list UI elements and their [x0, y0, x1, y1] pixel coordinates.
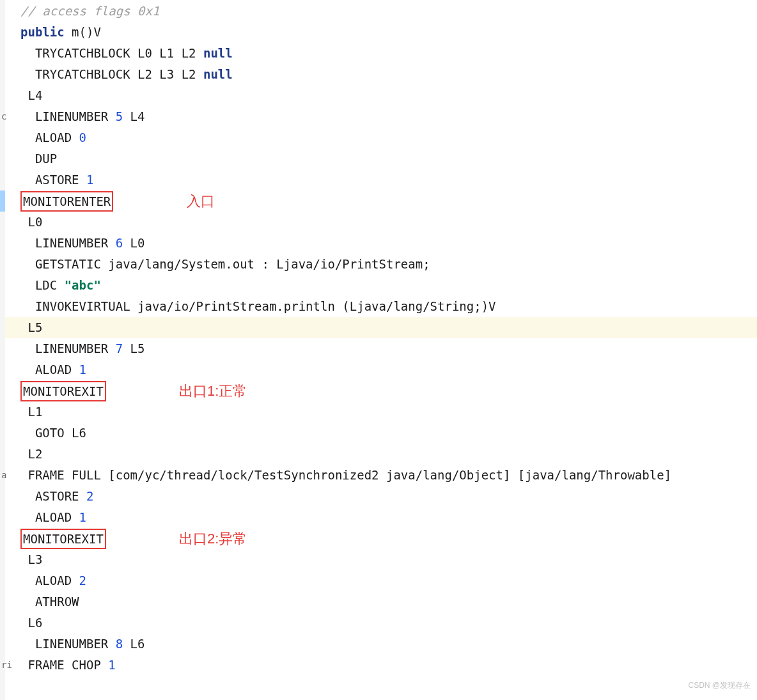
code-line: MONITOREXIT出口1:正常 [5, 380, 757, 401]
getstatic: GETSTATIC java/lang/System.out : Ljava/i… [20, 254, 430, 275]
invokevirtual: INVOKEVIRTUAL java/io/PrintStream.printl… [20, 296, 496, 317]
code-line: L1 [5, 401, 757, 423]
code-line: ALOAD 1 [5, 507, 757, 528]
keyword-null: null [203, 64, 233, 85]
linenumber-num: 5 [116, 106, 123, 127]
linenumber-pre: LINENUMBER [20, 106, 116, 127]
linenumber-pre: LINENUMBER [20, 338, 116, 359]
linenumber-pre: LINENUMBER [20, 233, 116, 254]
code-line: L4 [5, 85, 757, 106]
code-line: ri FRAME CHOP 1 [5, 655, 757, 676]
linenumber-num: 8 [116, 634, 123, 655]
code-line: L2 [5, 444, 757, 465]
annotation-exit2: 出口2:异常 [179, 528, 247, 549]
gutter-char: c [1, 106, 6, 127]
linenumber-pre: LINENUMBER [20, 634, 116, 655]
label-l3: L3 [20, 549, 42, 570]
aload-pre: ALOAD [20, 127, 79, 148]
linenumber-label: L6 [123, 634, 144, 655]
dup: DUP [20, 148, 57, 169]
code-line: L3 [5, 549, 757, 570]
method-sig: m()V [65, 22, 101, 43]
aload-num: 2 [79, 570, 86, 591]
label-l1: L1 [20, 401, 42, 423]
code-line: GOTO L6 [5, 423, 757, 444]
code-line: ASTORE 2 [5, 486, 757, 507]
astore-num: 2 [86, 486, 93, 507]
keyword-null: null [203, 43, 233, 64]
annotation-exit1: 出口1:正常 [179, 380, 247, 401]
code-line: GETSTATIC java/lang/System.out : Ljava/i… [5, 254, 757, 275]
aload-num: 1 [79, 359, 86, 380]
label-l2: L2 [20, 444, 42, 465]
astore-pre: ASTORE [20, 486, 86, 507]
trycatch1-pre: TRYCATCHBLOCK L0 L1 L2 [20, 43, 203, 64]
linenumber-label: L5 [123, 338, 144, 359]
label-l5: L5 [20, 317, 42, 338]
code-line-highlighted: L5 [5, 317, 757, 338]
code-line: TRYCATCHBLOCK L2 L3 L2 null [5, 64, 757, 85]
code-line: LINENUMBER 6 L0 [5, 233, 757, 254]
aload-pre: ALOAD [20, 507, 79, 528]
code-line: ALOAD 0 [5, 127, 757, 148]
astore-pre: ASTORE [20, 169, 86, 191]
code-line: LINENUMBER 7 L5 [5, 338, 757, 359]
code-line: INVOKEVIRTUAL java/io/PrintStream.printl… [5, 296, 757, 317]
aload-num: 1 [79, 507, 86, 528]
label-l0: L0 [20, 212, 42, 233]
linenumber-num: 7 [116, 338, 123, 359]
linenumber-label: L4 [123, 106, 144, 127]
label-l6: L6 [20, 612, 42, 634]
aload-pre: ALOAD [20, 570, 79, 591]
frame-full: FRAME FULL [com/yc/thread/lock/TestSynch… [20, 465, 671, 486]
code-line: L0 [5, 212, 757, 233]
code-line: MONITOREXIT出口2:异常 [5, 528, 757, 549]
monitorexit1-box: MONITOREXIT [20, 381, 106, 401]
athrow: ATHROW [20, 591, 79, 612]
code-line: public m()V [5, 22, 757, 43]
framechop-num: 1 [108, 655, 115, 676]
goto: GOTO L6 [20, 423, 86, 444]
ldc-string: "abc" [65, 275, 101, 296]
code-line: TRYCATCHBLOCK L0 L1 L2 null [5, 43, 757, 64]
code-line: ATHROW [5, 591, 757, 612]
gutter-char: ri [1, 655, 12, 676]
code-line: c LINENUMBER 5 L4 [5, 106, 757, 127]
code-line: LINENUMBER 8 L6 [5, 634, 757, 655]
code-line: LDC "abc" [5, 275, 757, 296]
comment: // access flags 0x1 [20, 1, 159, 22]
aload-num: 0 [79, 127, 86, 148]
code-line: ALOAD 1 [5, 359, 757, 380]
code-line: ASTORE 1 [5, 169, 757, 191]
framechop-pre: FRAME CHOP [20, 655, 108, 676]
trycatch2-pre: TRYCATCHBLOCK L2 L3 L2 [20, 64, 203, 85]
ldc-pre: LDC [20, 275, 65, 296]
gutter-char: a [1, 465, 6, 486]
code-line: // access flags 0x1 [5, 1, 757, 22]
keyword-public: public [20, 22, 65, 43]
label-l4: L4 [20, 85, 42, 106]
code-line: DUP [5, 148, 757, 169]
code-line: L6 [5, 612, 757, 634]
monitorexit2-box: MONITOREXIT [20, 529, 106, 549]
code-line: ALOAD 2 [5, 570, 757, 591]
code-line: a FRAME FULL [com/yc/thread/lock/TestSyn… [5, 465, 757, 486]
monitorenter-box: MONITORENTER [20, 191, 113, 212]
watermark: CSDN @发现存在 [688, 675, 751, 696]
astore-num: 1 [86, 169, 93, 191]
linenumber-label: L0 [123, 233, 144, 254]
aload-pre: ALOAD [20, 359, 79, 380]
gutter [0, 0, 5, 700]
annotation-entry: 入口 [187, 191, 215, 212]
code-line: MONITORENTER入口 [5, 191, 757, 212]
linenumber-num: 6 [116, 233, 123, 254]
